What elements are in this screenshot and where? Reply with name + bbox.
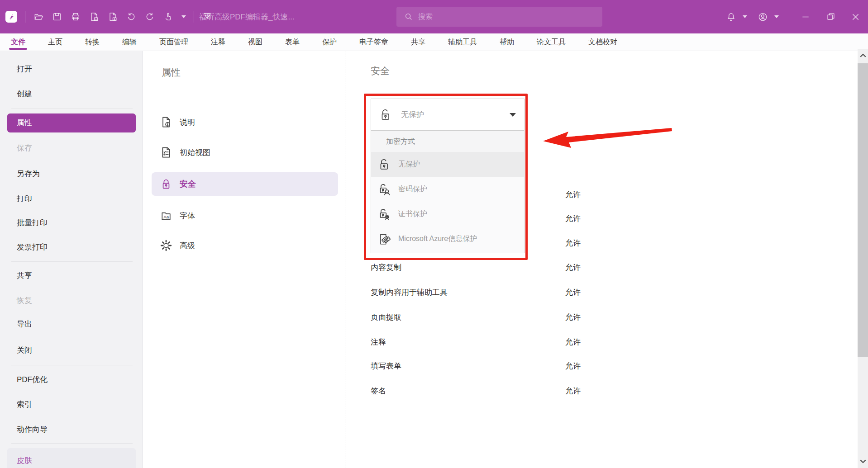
security-panel-title: 安全 (371, 65, 390, 77)
sidebar-item-invoice-print[interactable]: 发票打印 (7, 238, 136, 257)
page-add-icon[interactable] (107, 11, 118, 22)
page-remove-icon[interactable] (89, 11, 100, 22)
sidebar-item-export[interactable]: 导出 (7, 315, 136, 334)
annotation-arrow (540, 126, 676, 149)
scroll-up-button[interactable] (858, 49, 868, 61)
sidebar-item-close[interactable]: 关闭 (7, 341, 136, 360)
sidebar-item-properties[interactable]: 属性 (7, 113, 136, 132)
sidebar-item-pdf-optimize[interactable]: PDF优化 (7, 370, 136, 389)
tab-share[interactable]: 共享 (411, 33, 425, 51)
dropdown-group-header: 加密方式 (371, 131, 524, 152)
security-method-listbox: 加密方式 无保护 密码保护 (371, 131, 525, 253)
azure-info-doc-icon (377, 232, 391, 246)
doc-info-icon (160, 116, 172, 128)
minimize-button[interactable] (800, 11, 811, 22)
account-caret-icon[interactable] (774, 15, 779, 18)
properties-item-initial-view[interactable]: 初始视图 (152, 141, 338, 164)
unlock-icon (377, 157, 391, 172)
security-panel: 安全 允许 允许 允许 内容复制 允许 复制内容用于辅助工具 允许 页面提取 允… (346, 51, 858, 468)
properties-item-fonts[interactable]: Aa 字体 (152, 204, 338, 227)
permission-row-page-extraction: 页面提取 允许 (346, 308, 858, 327)
search-box[interactable] (396, 7, 602, 27)
lock-user-icon (377, 182, 391, 197)
document-title: 福昕高级PDF编辑器_快速... (199, 0, 295, 33)
properties-item-advanced[interactable]: 高级 (152, 234, 338, 257)
sidebar-item-create[interactable]: 创建 (7, 85, 136, 104)
permission-value: 允许 (565, 333, 581, 352)
permission-row-content-copy: 内容复制 允许 (346, 258, 858, 277)
tab-proofread[interactable]: 文档校对 (588, 33, 617, 51)
restore-window-button[interactable] (825, 11, 836, 22)
open-file-icon[interactable] (33, 11, 44, 22)
tab-convert[interactable]: 转换 (85, 33, 100, 51)
dropdown-option-certificate-protection[interactable]: 证书保护 (371, 202, 524, 227)
tab-esign[interactable]: 电子签章 (359, 33, 388, 51)
sidebar-item-index[interactable]: 索引 (7, 395, 136, 414)
titlebar-separator (194, 11, 194, 23)
lock-icon (160, 178, 172, 190)
tab-edit[interactable]: 编辑 (122, 33, 137, 51)
print-icon[interactable] (70, 11, 81, 22)
properties-item-label: 高级 (180, 241, 195, 251)
tab-view[interactable]: 视图 (248, 33, 262, 51)
account-avatar-icon[interactable] (757, 11, 768, 22)
tab-page-management[interactable]: 页面管理 (159, 33, 188, 51)
tab-help[interactable]: 帮助 (500, 33, 514, 51)
sidebar-item-print[interactable]: 打印 (7, 189, 136, 208)
notifications-bell-icon[interactable] (725, 11, 736, 22)
sidebar-item-batch-print[interactable]: 批量打印 (7, 213, 136, 232)
dropdown-option-azure-protection[interactable]: Microsoft Azure信息保护 (371, 227, 524, 251)
sidebar-item-open[interactable]: 打开 (7, 60, 136, 79)
dropdown-option-password-protection[interactable]: 密码保护 (371, 177, 524, 202)
unlock-icon (378, 108, 393, 122)
undo-icon[interactable] (126, 11, 137, 22)
titlebar: 福昕高级PDF编辑器_快速... (0, 0, 868, 33)
save-icon[interactable] (52, 11, 62, 22)
scroll-down-button[interactable] (858, 455, 868, 468)
file-menu-sidebar: 打开 创建 属性 保存 另存为 打印 批量打印 发票打印 共享 恢复 导出 关闭… (0, 51, 143, 468)
tab-accessibility[interactable]: 辅助工具 (448, 33, 477, 51)
permission-row-copy-accessibility: 复制内容用于辅助工具 允许 (346, 283, 858, 302)
gear-icon (160, 239, 172, 252)
sidebar-item-save-as[interactable]: 另存为 (7, 165, 136, 184)
tab-protect[interactable]: 保护 (322, 33, 337, 51)
permission-value: 允许 (565, 382, 581, 401)
properties-panel-title: 属性 (162, 66, 181, 79)
tab-home[interactable]: 主页 (48, 33, 62, 51)
sidebar-item-share[interactable]: 共享 (7, 266, 136, 285)
properties-item-label: 说明 (180, 117, 195, 128)
close-window-button[interactable] (850, 11, 861, 22)
search-input[interactable] (418, 13, 590, 21)
file-backstage-view: 打开 创建 属性 保存 另存为 打印 批量打印 发票打印 共享 恢复 导出 关闭… (0, 51, 868, 468)
sidebar-divider (11, 443, 133, 444)
sidebar-item-revert: 恢复 (7, 291, 136, 310)
properties-item-label: 字体 (180, 211, 195, 221)
sidebar-item-action-wizard[interactable]: 动作向导 (7, 420, 136, 439)
sidebar-item-save: 保存 (7, 139, 136, 158)
tab-file[interactable]: 文件 (11, 33, 25, 51)
security-method-dropdown[interactable]: 无保护 (371, 99, 525, 131)
tab-paper-tools[interactable]: 论文工具 (537, 33, 566, 51)
scrollbar-thumb[interactable] (858, 63, 868, 357)
search-icon (404, 12, 414, 22)
notifications-caret-icon[interactable] (743, 15, 747, 18)
titlebar-separator (789, 11, 789, 23)
vertical-scrollbar[interactable] (858, 49, 868, 468)
tab-form[interactable]: 表单 (285, 33, 300, 51)
sidebar-item-skin[interactable]: 皮肤 (7, 448, 136, 468)
permission-value: 允许 (565, 283, 581, 302)
chevron-down-icon (860, 459, 866, 464)
hand-tool-icon[interactable] (163, 11, 174, 22)
lock-certificate-icon (377, 207, 391, 222)
properties-item-description[interactable]: 说明 (152, 110, 338, 134)
chevron-down-icon (510, 113, 516, 117)
svg-text:Aa: Aa (163, 214, 169, 219)
permission-row-signing: 签名 允许 (346, 382, 858, 401)
tab-comment[interactable]: 注释 (211, 33, 225, 51)
permission-value: 允许 (565, 357, 581, 376)
hand-tool-caret-icon[interactable] (181, 15, 186, 18)
foxit-logo-icon (5, 11, 17, 23)
properties-item-security[interactable]: 安全 (152, 172, 338, 196)
dropdown-option-no-protection[interactable]: 无保护 (371, 152, 524, 177)
redo-icon[interactable] (144, 11, 155, 22)
